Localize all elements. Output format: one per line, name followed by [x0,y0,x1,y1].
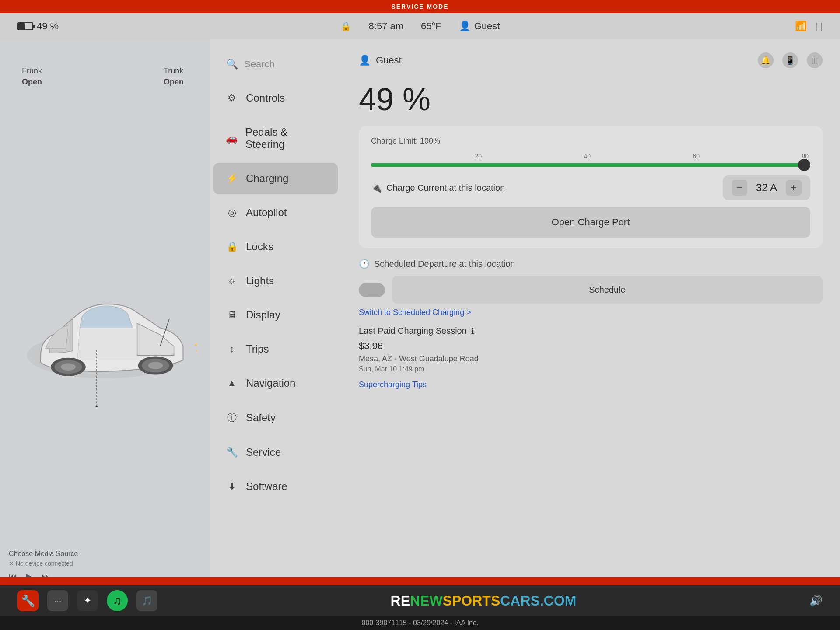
vin-text: 000-39071115 - 03/29/2024 - IAA Inc. [362,619,479,627]
extra-icon: 🎵 [142,595,153,606]
charge-current-control: − 32 A + [723,175,810,200]
clock-icon: 🕐 [359,259,370,269]
media-device: ✕ No device connected [9,560,201,567]
nav-item-software[interactable]: ⬇ Software [214,471,338,502]
vin-bar: 000-39071115 - 03/29/2024 - IAA Inc. [0,616,840,630]
service-icon: 🔧 [226,447,238,458]
signal-bars-icon: ||| [807,52,822,68]
info-icon[interactable]: ℹ [471,326,474,336]
charge-percentage: 49 % [359,81,822,117]
status-user: 👤 Guest [459,21,500,32]
wrench-icon: 🔧 [21,594,35,608]
car-panel: Frunk Open Trunk Open [0,39,210,591]
taskbar-volume-icon[interactable]: 🔊 [809,595,822,607]
signal-icon: ||| [816,21,822,32]
trips-icon: ↕ [226,343,238,355]
music-icon: ♫ [113,594,122,608]
status-bar: 49 % 🔒 8:57 am 65°F 👤 Guest 📶 ||| [0,13,840,39]
nav-item-charging[interactable]: ⚡ Charging [214,163,338,194]
locks-label: Locks [246,241,273,253]
safety-label: Safety [246,412,276,424]
taskbar-app-dots[interactable]: ··· [47,590,68,611]
last-paid-header: Last Paid Charging Session ℹ [359,326,822,336]
nav-item-locks[interactable]: 🔒 Locks [214,231,338,262]
nav-item-lights[interactable]: ☼ Lights [214,265,338,297]
locks-icon: 🔒 [226,241,238,252]
controls-label: Controls [246,92,285,104]
plug-icon: 🔌 [371,182,382,193]
toggle-switch[interactable] [359,283,385,297]
slider-fill [371,163,810,167]
last-paid-date: Sun, Mar 10 1:49 pm [359,365,822,373]
service-mode-banner: SERVICE MODE [0,0,840,13]
display-label: Display [246,309,280,321]
switch-to-scheduled[interactable]: Switch to Scheduled Charging > [359,308,822,317]
slider-track[interactable] [371,163,810,167]
battery-status: 49 % [18,21,59,32]
bell-icon[interactable]: 🔔 [758,52,774,68]
slider-ticks: 20 40 60 80 [371,153,810,160]
slider-thumb[interactable] [798,159,810,171]
nav-item-controls[interactable]: ⚙ Controls [214,82,338,114]
charge-card: Charge Limit: 100% 20 40 60 80 🔌 [359,126,822,248]
svg-point-6 [148,362,163,369]
charge-increase-btn[interactable]: + [786,180,802,196]
nav-item-pedals[interactable]: 🚗 Pedals & Steering [214,116,338,160]
nav-item-search[interactable]: 🔍 Search [214,49,338,80]
open-charge-port-btn[interactable]: Open Charge Port [371,207,810,238]
search-icon: 🔍 [226,59,238,70]
last-paid-section: Last Paid Charging Session ℹ $3.96 Mesa,… [359,326,822,389]
search-label: Search [244,59,275,70]
supercharging-tips[interactable]: Supercharging Tips [359,380,822,389]
wifi-icon: 📶 [795,21,807,32]
user-info: 👤 Guest [359,55,402,66]
taskbar-app-star[interactable]: ✦ [77,590,98,611]
navigation-icon: ▲ [226,378,238,389]
charge-decrease-btn[interactable]: − [732,180,747,196]
safety-icon: ⓘ [226,411,238,424]
last-paid-location: Mesa, AZ - West Guadalupe Road [359,354,822,364]
frunk-label: Frunk Open [22,66,42,88]
lights-label: Lights [246,275,274,287]
user-name: Guest [376,55,402,66]
nav-menu: 🔍 Search ⚙ Controls 🚗 Pedals & Steering … [210,39,341,591]
display-icon: 🖥 [226,309,238,321]
charge-current-row: 🔌 Charge Current at this location − 32 A… [371,175,810,200]
status-temp: 65°F [421,21,441,32]
nav-item-autopilot[interactable]: ◎ Autopilot [214,197,338,228]
nav-item-trips[interactable]: ↕ Trips [214,333,338,365]
taskbar-app-extra[interactable]: 🎵 [136,590,158,611]
media-source[interactable]: Choose Media Source [9,550,201,558]
header-icons: 🔔 📱 ||| [758,52,822,68]
nav-item-safety[interactable]: ⓘ Safety [214,402,338,434]
battery-percent: 49 % [37,21,59,32]
svg-text:⚡: ⚡ [192,336,197,352]
lights-icon: ☼ [226,275,238,287]
car-image: ⚡ [13,258,197,407]
slider-container: 20 40 60 80 [371,153,810,167]
scheduled-section: 🕐 Scheduled Departure at this location S… [359,259,822,317]
pedals-icon: 🚗 [226,133,238,144]
charging-label: Charging [246,172,288,185]
nav-item-service[interactable]: 🔧 Service [214,437,338,468]
schedule-btn[interactable]: Schedule [392,276,822,304]
nav-item-navigation[interactable]: ▲ Navigation [214,368,338,399]
charge-current-value: 32 A [756,182,777,194]
phone-icon[interactable]: 📱 [782,52,798,68]
scheduled-label: 🕐 Scheduled Departure at this location [359,259,822,269]
taskbar: 🔧 ··· ✦ ♫ 🎵 RENEWSPORTSCARS.COM 🔊 [0,585,840,616]
svg-point-8 [94,406,100,407]
software-label: Software [246,480,287,493]
nav-item-display[interactable]: 🖥 Display [214,299,338,331]
service-mode-label: SERVICE MODE [391,3,448,10]
status-icon-lock: 🔒 [340,21,351,32]
autopilot-label: Autopilot [246,206,287,219]
schedule-row: Schedule [359,276,822,304]
status-time: 8:57 am [369,21,404,32]
taskbar-app-music[interactable]: ♫ [107,590,128,611]
software-icon: ⬇ [226,481,238,492]
content-panel: 👤 Guest 🔔 📱 ||| 49 % Charge Limit: 100% … [341,39,840,591]
status-right-icons: 📶 ||| [795,21,822,32]
taskbar-app-wrench[interactable]: 🔧 [18,590,38,611]
charge-limit-label: Charge Limit: 100% [371,136,810,146]
